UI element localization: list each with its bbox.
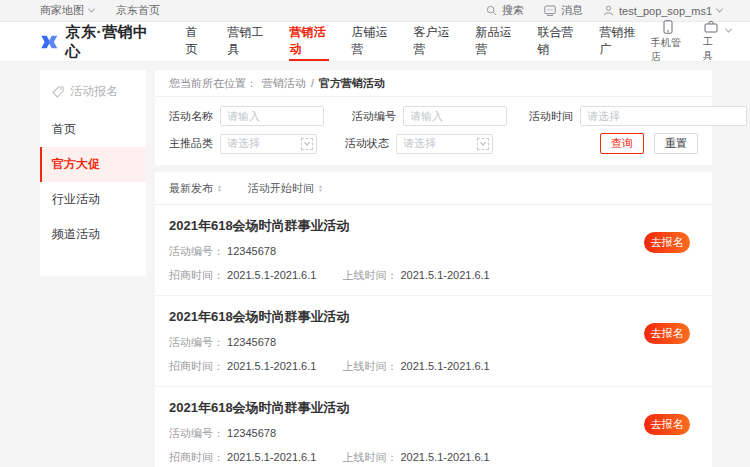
reset-button[interactable]: 重置 bbox=[654, 133, 698, 154]
breadcrumb-prefix: 您当前所在位置： bbox=[169, 76, 257, 91]
recruit-time-value: 2021.5.1-2021.6.1 bbox=[227, 269, 316, 281]
activity-title[interactable]: 2021年618会场时尚群事业活动 bbox=[169, 308, 698, 326]
sidebar-item-industry-activity[interactable]: 行业活动 bbox=[40, 182, 146, 217]
select-arrow-box bbox=[477, 138, 489, 150]
mobile-store-label: 手机管店 bbox=[651, 36, 685, 64]
phone-icon bbox=[662, 20, 674, 34]
activity-card: 2021年618会场时尚群事业活动 活动编号： 12345678 招商时间： 2… bbox=[155, 387, 712, 467]
activity-name-label: 活动名称 bbox=[169, 109, 213, 124]
activity-status-select[interactable]: 请选择 bbox=[396, 134, 493, 154]
jd-home-link[interactable]: 京东首页 bbox=[116, 3, 160, 18]
activity-name-input[interactable] bbox=[220, 106, 324, 126]
search-icon bbox=[486, 5, 497, 16]
online-time-value: 2021.5.1-2021.6.1 bbox=[400, 360, 489, 372]
page: 商家地图 京东首页 搜索 bbox=[0, 0, 750, 467]
user-icon bbox=[603, 5, 614, 16]
sort-start-time[interactable]: 活动开始时间 ▲▼ bbox=[248, 181, 323, 196]
nav-tab-new-product-operation[interactable]: 新品运营 bbox=[476, 22, 516, 61]
chevron-down-icon bbox=[88, 6, 95, 13]
chevron-down-icon bbox=[716, 6, 723, 13]
breadcrumb-parent[interactable]: 营销活动 bbox=[262, 76, 306, 91]
activity-code-value: 12345678 bbox=[227, 336, 276, 348]
sidebar-title-label: 活动报名 bbox=[70, 83, 118, 100]
username: test_pop_sop_ms1 bbox=[619, 5, 712, 17]
signup-button[interactable]: 去报名 bbox=[644, 414, 690, 435]
sort-caret-icon: ▲▼ bbox=[217, 184, 222, 192]
chevron-down-icon bbox=[480, 139, 486, 145]
activity-code-label: 活动编号： bbox=[169, 245, 224, 257]
jd-home-label: 京东首页 bbox=[116, 3, 160, 18]
mobile-store-button[interactable]: 手机管店 bbox=[651, 20, 685, 64]
online-time-label: 上线时间： bbox=[342, 269, 397, 281]
sort-latest[interactable]: 最新发布 ▲▼ bbox=[169, 181, 222, 196]
sort-caret-icon: ▲▼ bbox=[318, 184, 323, 192]
activity-code-label: 活动编号 bbox=[352, 109, 396, 124]
activity-card: 2021年618会场时尚群事业活动 活动编号： 12345678 招商时间： 2… bbox=[155, 205, 712, 296]
activity-time-picker[interactable] bbox=[580, 106, 747, 126]
main-category-placeholder: 请选择 bbox=[227, 136, 260, 151]
main-category-select[interactable]: 请选择 bbox=[220, 134, 317, 154]
recruit-time-label: 招商时间： bbox=[169, 269, 224, 281]
activity-title[interactable]: 2021年618会场时尚群事业活动 bbox=[169, 399, 698, 417]
tools-label: 工具 bbox=[703, 35, 720, 63]
sort-bar: 最新发布 ▲▼ 活动开始时间 ▲▼ bbox=[155, 172, 712, 205]
tools-menu[interactable]: 工具 bbox=[703, 20, 720, 64]
recruit-time-label: 招商时间： bbox=[169, 360, 224, 372]
nav-tab-store-operation[interactable]: 店铺运营 bbox=[351, 22, 391, 61]
activity-code-value: 12345678 bbox=[227, 245, 276, 257]
recruit-time-label: 招商时间： bbox=[169, 451, 224, 463]
activity-code-value: 12345678 bbox=[227, 427, 276, 439]
query-button[interactable]: 查询 bbox=[600, 133, 644, 154]
merchant-map-menu[interactable]: 商家地图 bbox=[40, 3, 94, 18]
activity-code-input[interactable] bbox=[403, 106, 507, 126]
chevron-down-icon bbox=[304, 139, 310, 145]
user-menu[interactable]: test_pop_sop_ms1 bbox=[603, 5, 722, 17]
signup-button[interactable]: 去报名 bbox=[644, 232, 690, 253]
activity-time-label: 活动时间 bbox=[529, 109, 573, 124]
main-category-label: 主推品类 bbox=[169, 136, 213, 151]
logo-text: 京东·营销中心 bbox=[66, 23, 153, 61]
online-time-value: 2021.5.1-2021.6.1 bbox=[400, 269, 489, 281]
top-utility-bar: 商家地图 京东首页 搜索 bbox=[0, 0, 750, 22]
message-icon bbox=[544, 5, 556, 16]
header-actions: 手机管店 工具 bbox=[651, 20, 720, 64]
activity-status-placeholder: 请选择 bbox=[403, 136, 436, 151]
toolbox-icon bbox=[704, 20, 718, 33]
search-label: 搜索 bbox=[502, 3, 524, 18]
breadcrumb-separator: / bbox=[311, 77, 314, 89]
merchant-map-label: 商家地图 bbox=[40, 3, 84, 18]
breadcrumb-current: 官方营销活动 bbox=[319, 76, 385, 91]
activity-code-label: 活动编号： bbox=[169, 336, 224, 348]
activity-title[interactable]: 2021年618会场时尚群事业活动 bbox=[169, 217, 698, 235]
sidebar-item-channel-activity[interactable]: 频道活动 bbox=[40, 217, 146, 252]
main-content: 您当前所在位置： 营销活动 / 官方营销活动 活动名称 活动编号 活动 bbox=[155, 70, 712, 467]
jd-marketing-logo[interactable]: 京东·营销中心 bbox=[40, 23, 152, 61]
activity-code-label: 活动编号： bbox=[169, 427, 224, 439]
search-button[interactable]: 搜索 bbox=[486, 3, 524, 18]
nav-tab-joint-marketing[interactable]: 联合营销 bbox=[538, 22, 578, 61]
filter-panel: 您当前所在位置： 营销活动 / 官方营销活动 活动名称 活动编号 活动 bbox=[155, 70, 712, 165]
primary-nav: 首页 营销工具 营销活动 店铺运营 客户运营 新品运营 联合营销 营销推广 bbox=[174, 22, 650, 61]
nav-tab-marketing-promotion[interactable]: 营销推广 bbox=[600, 22, 640, 61]
sort-latest-label: 最新发布 bbox=[169, 181, 213, 196]
recruit-time-value: 2021.5.1-2021.6.1 bbox=[227, 451, 316, 463]
main-header: 京东·营销中心 首页 营销工具 营销活动 店铺运营 客户运营 新品运营 联合营销… bbox=[0, 22, 750, 62]
nav-tab-home[interactable]: 首页 bbox=[185, 22, 205, 61]
signup-button[interactable]: 去报名 bbox=[644, 323, 690, 344]
messages-button[interactable]: 消息 bbox=[544, 3, 583, 18]
activity-card: 2021年618会场时尚群事业活动 活动编号： 12345678 招商时间： 2… bbox=[155, 296, 712, 387]
select-arrow-box bbox=[301, 138, 313, 150]
nav-tab-customer-operation[interactable]: 客户运营 bbox=[414, 22, 454, 61]
sidebar-item-official-promotion[interactable]: 官方大促 bbox=[40, 147, 146, 182]
filter-form: 活动名称 活动编号 活动时间 主推品类 bbox=[155, 97, 712, 165]
online-time-label: 上线时间： bbox=[342, 360, 397, 372]
sidebar-item-home[interactable]: 首页 bbox=[40, 112, 146, 147]
chevron-down-icon bbox=[725, 25, 732, 32]
sidebar: 活动报名 首页 官方大促 行业活动 频道活动 bbox=[40, 70, 146, 276]
activity-status-label: 活动状态 bbox=[345, 136, 389, 151]
nav-tab-marketing-activities[interactable]: 营销活动 bbox=[289, 22, 329, 61]
nav-tab-marketing-tools[interactable]: 营销工具 bbox=[227, 22, 267, 61]
messages-label: 消息 bbox=[561, 3, 583, 18]
activity-list-panel: 最新发布 ▲▼ 活动开始时间 ▲▼ 2021年618会场时尚群事业活动 活动编号… bbox=[155, 172, 712, 467]
sort-start-time-label: 活动开始时间 bbox=[248, 181, 314, 196]
